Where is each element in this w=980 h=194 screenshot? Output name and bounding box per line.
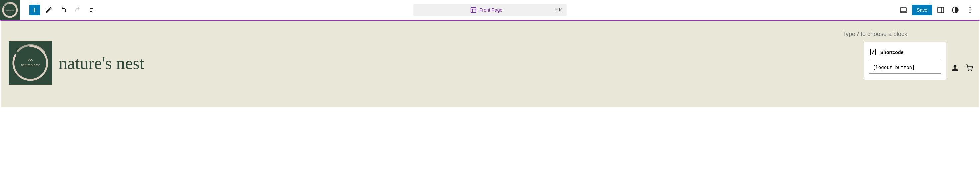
svg-line-12 — [872, 50, 874, 54]
svg-point-13 — [954, 65, 957, 68]
account-button[interactable] — [951, 63, 959, 73]
cart-button[interactable] — [965, 63, 974, 73]
svg-text:nature's nest: nature's nest — [6, 9, 14, 12]
svg-rect-1 — [471, 7, 476, 12]
command-center[interactable]: Front Page ⌘K — [413, 4, 567, 16]
redo-button[interactable] — [72, 4, 84, 16]
view-desktop-button[interactable] — [897, 4, 909, 16]
logo-inner-text: nature's nest — [21, 63, 40, 67]
save-button[interactable]: Save — [912, 5, 932, 15]
site-icon-button[interactable]: nature's nest — [0, 0, 20, 20]
desktop-icon — [899, 6, 907, 14]
site-logo-icon: nature's nest — [10, 43, 51, 84]
sidebar-icon — [937, 6, 945, 14]
svg-point-10 — [969, 9, 970, 11]
list-view-button[interactable] — [87, 4, 99, 16]
plus-icon — [31, 7, 38, 13]
list-view-icon — [89, 6, 97, 14]
editor-canvas[interactable]: Type / to choose a block nature's nest n… — [1, 21, 979, 107]
toolbar-left: nature's nest — [0, 0, 99, 20]
user-icon — [951, 63, 959, 72]
cart-icon — [965, 63, 974, 72]
shortcode-icon — [869, 48, 877, 56]
undo-button[interactable] — [57, 4, 69, 16]
shortcode-block-header: Shortcode — [869, 48, 941, 56]
shortcode-block[interactable]: Shortcode — [864, 42, 946, 80]
svg-rect-6 — [938, 7, 943, 13]
site-logo-icon: nature's nest — [2, 2, 19, 19]
settings-sidebar-button[interactable] — [935, 4, 947, 16]
site-header-row: nature's nest nature's nest — [9, 32, 971, 85]
template-icon — [470, 7, 477, 13]
editor-canvas-wrap: Type / to choose a block nature's nest n… — [0, 20, 980, 108]
site-logo-block[interactable]: nature's nest — [9, 41, 52, 85]
page-chip: Front Page — [470, 7, 502, 13]
shortcode-input[interactable] — [869, 61, 941, 74]
svg-rect-4 — [900, 8, 906, 12]
svg-point-11 — [969, 12, 970, 13]
options-menu-button[interactable] — [964, 4, 976, 16]
site-title-block[interactable]: nature's nest — [59, 53, 144, 73]
editor-toolbar: nature's nest Front Page ⌘K Save — [0, 0, 980, 20]
svg-point-14 — [968, 70, 969, 71]
undo-icon — [59, 6, 67, 14]
toolbar-right: Save — [897, 4, 980, 16]
svg-point-9 — [969, 7, 970, 8]
page-label: Front Page — [479, 7, 502, 13]
shortcode-label: Shortcode — [880, 50, 903, 55]
svg-point-15 — [971, 70, 972, 71]
edit-tool-button[interactable] — [43, 4, 55, 16]
contrast-icon — [951, 6, 959, 14]
pencil-icon — [45, 6, 53, 14]
header-action-icons — [951, 63, 974, 73]
block-placeholder-hint[interactable]: Type / to choose a block — [843, 31, 959, 38]
styles-button[interactable] — [949, 4, 961, 16]
block-inserter-button[interactable] — [29, 5, 40, 15]
kebab-icon — [966, 6, 974, 14]
shortcut-hint: ⌘K — [554, 7, 562, 12]
redo-icon — [74, 6, 82, 14]
